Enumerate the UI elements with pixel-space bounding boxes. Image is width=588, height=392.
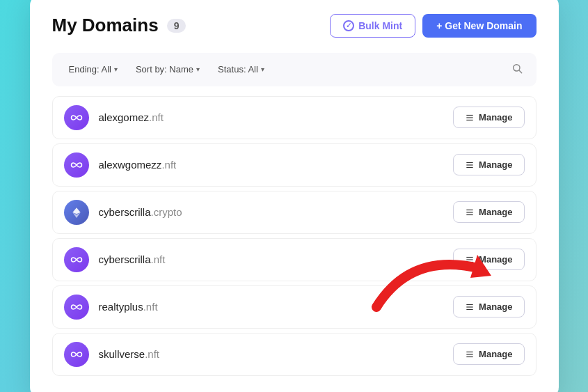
domain-row: cyberscrilla.crypto Manage bbox=[52, 191, 537, 234]
domain-name: cyberscrilla.crypto bbox=[99, 206, 182, 218]
infinity-icon bbox=[70, 159, 83, 171]
status-filter-label: Status: All bbox=[218, 64, 258, 75]
infinity-icon bbox=[70, 348, 83, 361]
header-right: ✓ Bulk Mint + Get New Domain bbox=[330, 14, 536, 38]
ending-filter[interactable]: Ending: All ▾ bbox=[63, 61, 123, 77]
domain-icon bbox=[64, 342, 89, 367]
sort-filter[interactable]: Sort by: Name ▾ bbox=[130, 61, 205, 77]
get-domain-label: + Get New Domain bbox=[436, 20, 522, 31]
domain-row: skullverse.nft Manage bbox=[52, 333, 537, 376]
domain-left: alexgomez.nft bbox=[64, 105, 164, 130]
domain-row: realtyplus.nft Manage bbox=[52, 285, 537, 329]
domain-left: skullverse.nft bbox=[64, 342, 160, 367]
page-title: My Domains bbox=[52, 15, 159, 36]
manage-icon bbox=[465, 350, 475, 359]
search-icon bbox=[511, 63, 523, 74]
infinity-icon bbox=[70, 111, 83, 124]
domain-extension: .crypto bbox=[151, 206, 182, 218]
bulk-mint-label: Bulk Mint bbox=[358, 20, 402, 31]
card-header: My Domains 9 ✓ Bulk Mint + Get New Domai… bbox=[52, 14, 537, 38]
manage-button[interactable]: Manage bbox=[453, 249, 524, 270]
manage-button[interactable]: Manage bbox=[453, 343, 524, 365]
status-filter[interactable]: Status: All ▾ bbox=[212, 61, 270, 77]
infinity-icon bbox=[70, 253, 83, 266]
domain-name: cyberscrilla.nft bbox=[99, 253, 166, 265]
domain-icon bbox=[64, 295, 89, 320]
domain-left: cyberscrilla.nft bbox=[64, 247, 166, 272]
manage-button[interactable]: Manage bbox=[453, 154, 524, 175]
bulk-mint-button[interactable]: ✓ Bulk Mint bbox=[330, 14, 415, 38]
eth-icon bbox=[70, 206, 83, 219]
manage-button[interactable]: Manage bbox=[453, 107, 524, 128]
domain-row: cyberscrilla.nft Manage bbox=[52, 238, 537, 281]
domain-icon bbox=[64, 247, 89, 272]
domain-left: alexwgomezz.nft bbox=[64, 152, 177, 178]
header-left: My Domains 9 bbox=[52, 15, 186, 36]
domain-extension: .nft bbox=[149, 111, 164, 123]
ending-filter-label: Ending: All bbox=[69, 64, 111, 75]
domain-left: realtyplus.nft bbox=[64, 295, 158, 320]
domain-count-badge: 9 bbox=[167, 19, 186, 33]
main-card: My Domains 9 ✓ Bulk Mint + Get New Domai… bbox=[30, 0, 559, 392]
domain-icon bbox=[64, 152, 89, 178]
domain-extension: .nft bbox=[161, 159, 176, 171]
sort-filter-label: Sort by: Name bbox=[136, 64, 193, 75]
domain-name: alexgomez.nft bbox=[99, 111, 164, 123]
manage-icon bbox=[465, 302, 475, 312]
domain-name: alexwgomezz.nft bbox=[99, 159, 177, 171]
chevron-down-icon: ▾ bbox=[261, 65, 264, 73]
infinity-icon bbox=[70, 301, 83, 313]
domain-extension: .nft bbox=[145, 348, 159, 360]
svg-line-1 bbox=[519, 70, 522, 73]
svg-marker-8 bbox=[72, 207, 80, 214]
domain-row: alexgomez.nft Manage bbox=[52, 96, 537, 139]
domain-left: cyberscrilla.crypto bbox=[64, 200, 182, 225]
search-button[interactable] bbox=[509, 60, 525, 79]
domain-name: realtyplus.nft bbox=[99, 301, 158, 313]
manage-button[interactable]: Manage bbox=[453, 201, 524, 223]
chevron-down-icon: ▾ bbox=[196, 65, 200, 73]
domain-extension: .nft bbox=[143, 301, 158, 313]
manage-icon bbox=[465, 207, 475, 217]
filter-bar: Ending: All ▾ Sort by: Name ▾ Status: Al… bbox=[52, 53, 537, 86]
manage-icon bbox=[465, 113, 475, 123]
card-body: alexgomez.nft Manage alexwgomezz.nft bbox=[52, 96, 537, 376]
domain-row: alexwgomezz.nft Manage bbox=[52, 143, 537, 187]
check-circle-icon: ✓ bbox=[343, 20, 354, 31]
domain-icon bbox=[64, 105, 89, 130]
domain-list: alexgomez.nft Manage alexwgomezz.nft bbox=[52, 96, 537, 376]
domain-icon bbox=[64, 200, 89, 225]
manage-icon bbox=[465, 160, 475, 170]
domain-name: skullverse.nft bbox=[99, 348, 160, 360]
chevron-down-icon: ▾ bbox=[114, 65, 118, 73]
manage-icon bbox=[465, 255, 475, 265]
domain-extension: .nft bbox=[151, 253, 166, 265]
get-new-domain-button[interactable]: + Get New Domain bbox=[422, 14, 536, 38]
manage-button[interactable]: Manage bbox=[453, 296, 524, 317]
